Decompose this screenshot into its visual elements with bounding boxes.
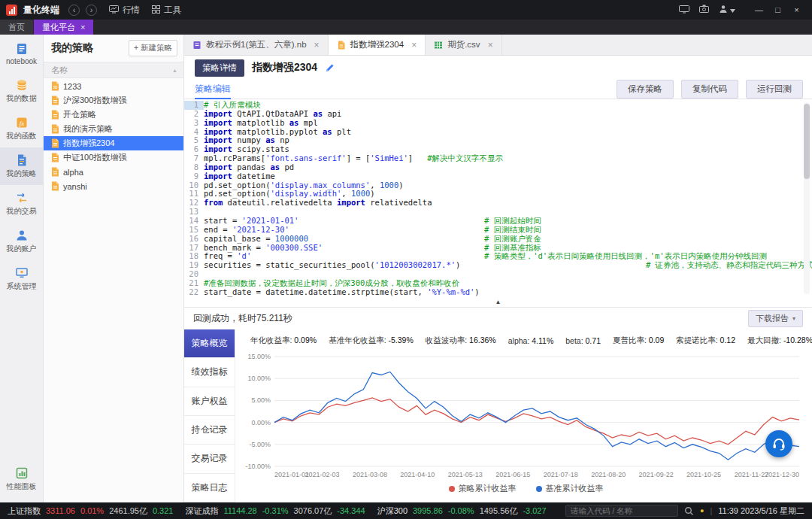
download-report-button[interactable]: 下载报告 ▾	[748, 310, 803, 327]
sidebar-item-system[interactable]: 系统管理	[0, 260, 43, 298]
svg-text:2021-08-20: 2021-08-20	[591, 471, 626, 478]
close-icon[interactable]: ×	[411, 40, 417, 50]
svg-text:2021-02-03: 2021-02-03	[304, 471, 339, 478]
sidebar-item-performance[interactable]: 性能面板	[0, 460, 43, 498]
result-tab[interactable]: 绩效指标	[184, 358, 235, 387]
code-line[interactable]: 8import pandas as pd	[184, 163, 812, 172]
strategy-list-item[interactable]: yanshi	[44, 179, 183, 193]
line-number: 2	[184, 110, 204, 119]
copy-code-button[interactable]: 复制代码	[681, 80, 738, 99]
search-icon[interactable]	[684, 506, 694, 516]
save-strategy-button[interactable]: 保存策略	[617, 80, 674, 99]
strategy-list-item[interactable]: 中证100指数增强	[44, 150, 183, 165]
sidebar-item-label: 我的策略	[7, 168, 37, 179]
screenshot-icon[interactable]	[699, 5, 709, 15]
strategy-list-item[interactable]: 我的演示策略	[44, 122, 183, 136]
result-tab[interactable]: 策略概览	[184, 329, 235, 358]
customer-service-button[interactable]	[765, 430, 792, 457]
index-ticker[interactable]: 深证成指11144.28-0.31%3076.07亿-34.344	[185, 505, 365, 517]
csv-file-icon	[434, 41, 443, 50]
sidebar-item-function[interactable]: fx我的函数	[0, 110, 43, 147]
performance-icon	[15, 466, 29, 480]
sidebar-item-strategy[interactable]: 我的策略	[0, 147, 43, 185]
window-tab-platform[interactable]: 量化平台×	[34, 20, 93, 35]
menu-tools[interactable]: 工具	[152, 5, 181, 16]
app-title: 量化终端	[23, 4, 59, 17]
close-button[interactable]: ×	[787, 5, 806, 14]
user-menu[interactable]	[719, 5, 735, 16]
sidebar-item-database[interactable]: 我的数据	[0, 72, 43, 110]
maximize-button[interactable]: □	[768, 5, 787, 14]
code-line[interactable]: 22start_date = datetime.datetime.strptim…	[184, 288, 812, 297]
backtest-status-text: 回测成功，耗时75.211秒	[193, 312, 292, 325]
result-tab[interactable]: 账户权益	[184, 387, 235, 416]
svg-text:0.00%: 0.00%	[251, 419, 271, 426]
strategy-list-item[interactable]: 开仓策略	[44, 108, 183, 122]
sidebar-item-trade[interactable]: 我的交易	[0, 185, 43, 223]
strategy-name: yanshi	[63, 182, 87, 191]
tab-strategy-edit[interactable]: 策略编辑	[195, 80, 231, 99]
result-tab[interactable]: 策略日志	[184, 474, 235, 502]
strategy-name: 1233	[63, 82, 81, 91]
minimize-button[interactable]: —	[750, 5, 768, 14]
code-line[interactable]: 19securities = static_securities_pool('1…	[184, 261, 812, 270]
back-button[interactable]: ‹	[68, 5, 80, 16]
result-tab[interactable]: 持仓记录	[184, 416, 235, 445]
stat-item: 索提诺比率: 0.12	[676, 335, 735, 346]
legend-item[interactable]: 策略累计收益率	[449, 483, 517, 494]
window-tab-home[interactable]: 首页	[0, 20, 33, 35]
strategy-list-item[interactable]: alpha	[44, 165, 183, 179]
menu-tools-label: 工具	[164, 5, 181, 16]
window-tab-bar: 首页量化平台×	[0, 20, 812, 35]
strategy-list: 1233沪深300指数增强开仓策略我的演示策略指数增强2304中证100指数增强…	[44, 78, 183, 193]
close-icon[interactable]: ×	[314, 40, 320, 50]
strategy-detail-header: 策略详情 指数增强2304	[184, 56, 812, 80]
strategy-list-item[interactable]: 沪深300指数增强	[44, 93, 183, 108]
strategy-list-header[interactable]: 名称 ▲	[44, 62, 183, 78]
editor-scrollbar[interactable]	[804, 102, 810, 294]
document-tab[interactable]: 期货.csv×	[426, 35, 501, 55]
strategy-name: 我的演示策略	[63, 123, 113, 135]
search-input[interactable]	[565, 505, 678, 517]
file-icon	[51, 96, 59, 105]
name-column-label: 名称	[51, 65, 68, 76]
result-tab[interactable]: 交易记录	[184, 445, 235, 473]
edit-icon[interactable]	[325, 63, 335, 73]
svg-text:2021-03-08: 2021-03-08	[353, 471, 387, 478]
app-logo-icon	[6, 5, 17, 16]
screen-share-icon[interactable]	[679, 5, 689, 16]
sidebar-item-notebook[interactable]: notebook	[0, 35, 43, 72]
menu-market[interactable]: 行情	[109, 5, 140, 16]
sidebar-item-account[interactable]: 我的账户	[0, 223, 43, 260]
index-ticker[interactable]: 沪深3003995.86-0.08%1495.56亿-3.027	[377, 505, 547, 517]
strategy-list-item[interactable]: 指数增强2304	[44, 136, 183, 150]
close-icon[interactable]: ×	[80, 23, 85, 32]
scrollbar-thumb[interactable]	[804, 104, 810, 179]
svg-text:10.00%: 10.00%	[247, 375, 271, 382]
ticker-value: -0.31%	[262, 506, 289, 515]
document-tab-label: 指数增强2304	[350, 39, 404, 50]
equity-chart-svg: 15.00%10.00%5.00%0.00%-5.00%-10.00%2021-…	[240, 349, 805, 480]
code-editor[interactable]: 1# 引入所需模块2import QtAPI.QtDataAPI as api3…	[184, 99, 812, 297]
close-icon[interactable]: ×	[488, 40, 493, 50]
index-ticker[interactable]: 上证指数3311.060.01%2461.95亿0.321	[8, 505, 173, 517]
function-icon: fx	[15, 116, 29, 129]
document-tab[interactable]: 教程示例1(第五、六章).nb×	[184, 35, 329, 55]
strategy-panel-title: 我的策略	[51, 41, 93, 55]
run-backtest-button[interactable]: 运行回测	[746, 80, 803, 99]
code-text: securities = static_securities_pool('101…	[204, 261, 812, 270]
system-icon	[15, 266, 29, 280]
ticker-value: 3076.07亿	[294, 505, 332, 517]
sidebar-item-label: 我的函数	[7, 131, 37, 141]
code-line[interactable]: 12from dateutil.relativedelta import rel…	[184, 199, 812, 208]
svg-text:5.00%: 5.00%	[251, 396, 271, 404]
collapse-editor-handle[interactable]: ▲	[184, 297, 812, 307]
new-strategy-button[interactable]: + 新建策略	[129, 40, 177, 56]
caret-down-icon: ▾	[792, 315, 795, 322]
result-tab-bar: 策略概览绩效指标账户权益持仓记录交易记录策略日志	[184, 329, 235, 502]
strategy-list-item[interactable]: 1233	[44, 79, 183, 93]
forward-button[interactable]: ›	[86, 5, 97, 16]
document-tab[interactable]: 指数增强2304×	[329, 35, 426, 55]
sort-asc-icon[interactable]: ▲	[172, 68, 177, 73]
legend-item[interactable]: 基准累计收益率	[536, 483, 604, 494]
